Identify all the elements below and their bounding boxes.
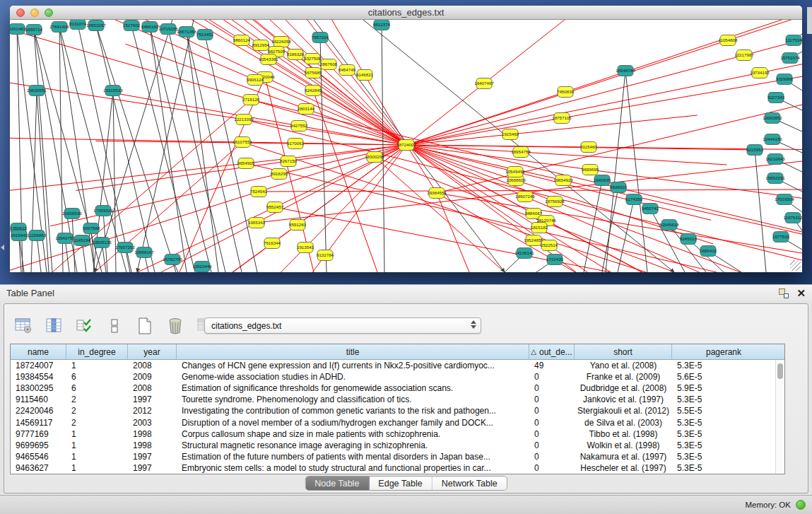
graph-node[interactable]: 10549492	[505, 167, 525, 177]
table-cell[interactable]: 1998	[128, 429, 177, 439]
graph-node[interactable]: 16948784	[616, 66, 635, 76]
graph-node[interactable]: 9245013	[680, 234, 698, 245]
graph-node[interactable]: 9227343	[767, 93, 785, 103]
table-cell[interactable]: 5.3E-5	[672, 463, 775, 473]
graph-node[interactable]: 7524541	[250, 187, 268, 197]
graph-node[interactable]: 16210643	[765, 154, 785, 165]
resize-grip-icon[interactable]	[790, 260, 801, 271]
table-row[interactable]: 946554611997Estimation of the future num…	[11, 451, 775, 462]
graph-node[interactable]: 8512374	[373, 20, 391, 30]
table-cell[interactable]: 18300295	[11, 383, 66, 393]
graph-node[interactable]: 6174350	[625, 194, 643, 205]
table-scrollbar-thumb[interactable]	[777, 363, 783, 379]
table-cell[interactable]: 9115460	[11, 395, 66, 404]
table-cell[interactable]: 1	[66, 361, 128, 370]
network-graph[interactable]: 1872400718300295193845549860124891295418…	[10, 20, 802, 272]
table-cell[interactable]: 5.3E-5	[672, 361, 775, 370]
graph-node[interactable]: 27691406	[49, 22, 69, 33]
table-cell[interactable]: Dudbridge et al. (2008)	[575, 383, 672, 393]
table-cell[interactable]: 2003	[128, 418, 177, 428]
graph-node[interactable]: 9242845	[305, 86, 322, 96]
window-titlebar[interactable]: citations_edges.txt	[10, 6, 802, 20]
table-row[interactable]: 1872400712008Changes of HCN gene express…	[11, 360, 775, 371]
graph-node[interactable]: 19384554	[427, 188, 447, 199]
table-cell[interactable]: 19384554	[11, 372, 66, 382]
graph-node[interactable]: 11054808	[718, 35, 738, 46]
float-panel-icon[interactable]	[779, 288, 789, 298]
graph-node[interactable]: 19654923	[553, 175, 573, 186]
graph-node[interactable]: 8912954	[252, 40, 270, 51]
graph-node[interactable]: 12942757	[55, 233, 75, 244]
table-cell[interactable]: Tibbo et al. (1998)	[575, 429, 672, 439]
graph-node[interactable]: 2867608	[320, 59, 338, 70]
graph-node[interactable]: 9146821	[356, 70, 374, 81]
graph-node[interactable]: 8267150	[280, 156, 298, 167]
graph-node[interactable]: 9215953	[746, 145, 764, 156]
table-cell[interactable]: de Silva et al. (2003)	[575, 418, 672, 428]
graph-node[interactable]: 9654905	[237, 158, 255, 169]
table-cell[interactable]: 1	[66, 463, 128, 473]
graph-node[interactable]: 18226058	[271, 37, 291, 47]
graph-node[interactable]: 8918295	[271, 169, 288, 180]
graph-node[interactable]: 17016504	[775, 194, 794, 205]
table-cell[interactable]: 5.6E-5	[672, 372, 775, 382]
table-cell[interactable]: 5.5E-5	[672, 406, 775, 416]
graph-node[interactable]: 2718126	[242, 95, 260, 105]
graph-node[interactable]: 7557224	[312, 33, 329, 43]
graph-node[interactable]: 18954758	[511, 147, 531, 158]
graph-node[interactable]: 1915469	[502, 129, 519, 140]
graph-node[interactable]: 5675685	[305, 68, 322, 78]
graph-node[interactable]: 16407497	[474, 78, 494, 89]
table-row[interactable]: 1830029562008Estimation of significance …	[11, 382, 775, 394]
table-cell[interactable]: Nakamura et al. (1997)	[575, 452, 672, 462]
graph-node[interactable]: 8591283	[289, 220, 307, 230]
graph-node[interactable]: 15693291	[765, 173, 785, 184]
graph-node[interactable]: 10543382	[259, 54, 278, 65]
table-cell[interactable]: 6	[66, 383, 128, 393]
tab-node-table[interactable]: Node Table	[305, 477, 369, 490]
table-row[interactable]: 1456911722003Disruption of a novel membe…	[11, 416, 775, 428]
delete-column-button[interactable]	[166, 317, 184, 335]
column-header-short[interactable]: short	[575, 344, 672, 359]
graph-node[interactable]: 9327508	[304, 54, 322, 64]
column-header-in-degree[interactable]: in_degree	[66, 344, 128, 359]
table-cell[interactable]: 0	[529, 372, 575, 382]
graph-node[interactable]: 9097588	[83, 223, 100, 234]
graph-node[interactable]: 9552457	[266, 202, 284, 213]
table-cell[interactable]: 18724007	[11, 361, 66, 370]
table-cell[interactable]: 5.3E-5	[672, 429, 775, 439]
table-cell[interactable]: Disruption of a novel member of a sodium…	[177, 418, 529, 428]
table-cell[interactable]: 2	[66, 418, 128, 428]
show-column-button[interactable]	[45, 317, 63, 335]
graph-node[interactable]: 19756928	[545, 197, 565, 207]
graph-node[interactable]: 1913543	[297, 243, 314, 253]
graph-node[interactable]: 9055714	[25, 25, 43, 35]
table-cell[interactable]: 0	[529, 406, 575, 416]
graph-node[interactable]: 1815182	[531, 223, 548, 233]
table-row[interactable]: 911546021997Tourette syndrome. Phenomeno…	[11, 394, 775, 405]
graph-node[interactable]: 1677533	[772, 232, 790, 243]
column-header-title[interactable]: title	[177, 344, 529, 359]
graph-node[interactable]: 16107553	[233, 137, 252, 148]
splitter-arrow-icon[interactable]	[1, 245, 4, 250]
table-cell[interactable]: Corpus callosum shape and size in male p…	[177, 429, 529, 439]
table-cell[interactable]: Tourette syndrome. Phenomenology and cla…	[177, 395, 529, 404]
table-cell[interactable]: 2008	[128, 361, 177, 370]
graph-node[interactable]: 11156863	[28, 230, 47, 241]
close-window-button[interactable]	[16, 8, 25, 17]
graph-node[interactable]: 12093852	[763, 113, 782, 124]
table-cell[interactable]: 5.3E-5	[672, 418, 775, 428]
graph-node[interactable]: 12923446	[192, 262, 212, 272]
table-cell[interactable]: 0	[529, 395, 575, 404]
table-cell[interactable]: 5.9E-5	[672, 383, 775, 393]
close-panel-icon[interactable]: ✕	[796, 288, 806, 298]
graph-node[interactable]: 1640935	[594, 175, 611, 186]
select-columns-button[interactable]	[75, 317, 93, 335]
tab-network-table[interactable]: Network Table	[433, 477, 507, 490]
table-cell[interactable]: 9465546	[11, 452, 66, 462]
graph-node[interactable]: 3915943	[11, 230, 28, 241]
table-cell[interactable]: 9699695	[11, 440, 66, 450]
table-cell[interactable]: 0	[529, 463, 575, 473]
graph-node[interactable]: 16671358	[177, 27, 196, 37]
table-cell[interactable]: 14569117	[11, 418, 66, 428]
